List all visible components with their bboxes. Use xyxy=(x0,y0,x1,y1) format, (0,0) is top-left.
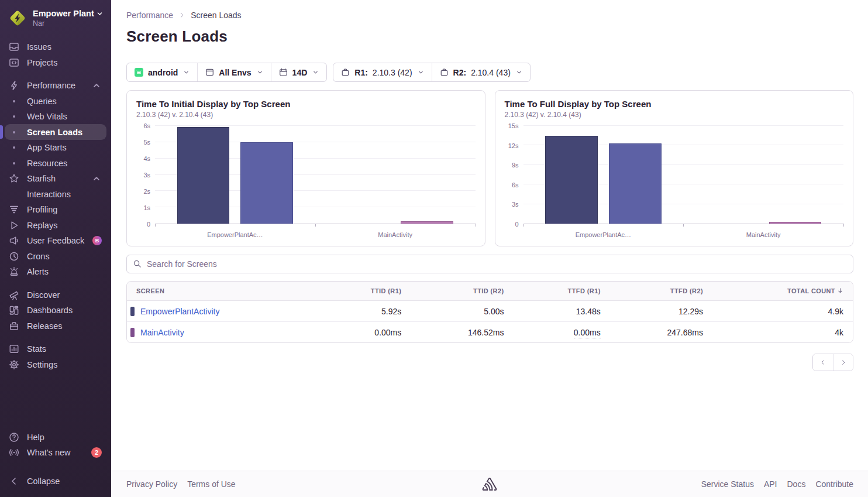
sidebar-item-interactions[interactable]: Interactions xyxy=(5,186,106,202)
sidebar-item-starfish[interactable]: Starfish xyxy=(5,171,106,187)
gridline xyxy=(155,125,476,126)
cell-ttid-r1: 0.00ms xyxy=(318,322,411,343)
cell-ttid-r2: 146.52ms xyxy=(411,322,513,343)
sidebar-item-profiling[interactable]: Profiling xyxy=(5,202,106,218)
content: Performance Screen Loads Screen Loads an… xyxy=(111,0,868,471)
sentry-logo-icon xyxy=(483,478,497,491)
pagination-next-button[interactable] xyxy=(833,354,853,371)
sidebar-item-help[interactable]: Help xyxy=(5,430,106,445)
sidebar-item-alerts[interactable]: Alerts xyxy=(5,264,106,280)
ttid-chart: 01s2s3s4s5s6s EmpowerPlantAc…MainActivit… xyxy=(136,121,477,238)
sidebar-item-performance[interactable]: Performance xyxy=(5,78,106,94)
footer-docs-link[interactable]: Docs xyxy=(787,479,806,489)
chart-bar-empowerplantac-r1-2-10-3-42 xyxy=(177,127,230,224)
sidebar-item-label: Discover xyxy=(27,290,60,300)
sidebar-item-dashboards[interactable]: Dashboards xyxy=(5,303,106,318)
sidebar-item-issues[interactable]: Issues xyxy=(5,39,106,55)
sidebar-item-label: Queries xyxy=(27,97,57,106)
page-title: Screen Loads xyxy=(126,28,853,46)
siren-icon xyxy=(9,266,19,277)
y-tick-label: 12s xyxy=(508,142,519,149)
environment-window-icon xyxy=(205,68,214,77)
sidebar-item-label: Web Vitals xyxy=(27,112,67,121)
date-range-filter[interactable]: 14D xyxy=(271,63,327,81)
sidebar-item-discover[interactable]: Discover xyxy=(5,287,106,303)
beta-badge: B xyxy=(92,236,102,245)
breadcrumb: Performance Screen Loads xyxy=(126,11,853,20)
sidebar-item-projects[interactable]: Projects xyxy=(5,54,106,70)
column-header-ttfd-r2[interactable]: TTFD (R2) xyxy=(610,282,712,301)
lightning-icon xyxy=(9,80,19,91)
cell-total: 4.9k xyxy=(712,301,853,322)
broadcast-icon xyxy=(9,447,19,458)
chart-bar-empowerplantac-r1-2-10-3-42 xyxy=(545,136,598,224)
screen-link-empowerplantactivity[interactable]: EmpowerPlantActivity xyxy=(140,307,219,316)
plot-area xyxy=(155,126,476,224)
org-switcher[interactable]: Empower Plant Nar xyxy=(0,0,111,35)
release-box-icon xyxy=(341,68,350,77)
pagination-prev-button[interactable] xyxy=(813,354,833,371)
x-tick-mark xyxy=(683,224,684,227)
sidebar-item-queries[interactable]: Queries xyxy=(5,93,106,109)
column-header-ttid-r2[interactable]: TTID (R2) xyxy=(411,282,513,301)
column-header-ttid-r1[interactable]: TTID (R1) xyxy=(318,282,411,301)
sidebar-collapse-button[interactable]: Collapse xyxy=(5,474,106,489)
footer-privacy-policy-link[interactable]: Privacy Policy xyxy=(126,479,177,489)
footer-contribute-link[interactable]: Contribute xyxy=(815,479,853,489)
cell-value: 247.68ms xyxy=(667,328,703,337)
release-box-icon xyxy=(440,68,449,77)
ttid-chart-subtitle: 2.10.3 (42) v. 2.10.4 (43) xyxy=(136,111,477,119)
cell-ttid-r2: 5.00s xyxy=(411,301,513,322)
series-color-swatch xyxy=(130,307,135,316)
column-header-total-count[interactable]: TOTAL COUNT xyxy=(712,282,853,301)
bullet-dot xyxy=(9,158,19,169)
release2-prefix: R2: xyxy=(453,68,467,77)
megaphone-icon xyxy=(9,235,19,246)
cell-screen: EmpowerPlantActivity xyxy=(127,301,318,322)
date-range-value: 14D xyxy=(292,68,308,77)
sidebar-nav: IssuesProjectsPerformanceQueriesWeb Vita… xyxy=(0,35,111,430)
sidebar-item-settings[interactable]: Settings xyxy=(5,357,106,372)
org-project-name: Nar xyxy=(33,19,103,29)
sidebar-item-replays[interactable]: Replays xyxy=(5,217,106,233)
sidebar-item-stats[interactable]: Stats xyxy=(5,341,106,357)
environment-filter-value: All Envs xyxy=(219,68,251,77)
chart-bar-empowerplantac-r2-2-10-4-43 xyxy=(240,142,293,224)
project-filter[interactable]: android xyxy=(127,63,197,81)
sidebar-item-user-feedback[interactable]: User FeedbackB xyxy=(5,233,106,249)
sort-desc-icon xyxy=(837,287,843,294)
release1-filter[interactable]: R1: 2.10.3 (42) xyxy=(333,63,431,81)
sidebar-item-crons[interactable]: Crons xyxy=(5,248,106,264)
cell-ttfd-r2: 12.29s xyxy=(610,301,712,322)
screens-table: SCREENTTID (R1)TTID (R2)TTFD (R1)TTFD (R… xyxy=(127,282,853,342)
sidebar-item-web-vitals[interactable]: Web Vitals xyxy=(5,109,106,125)
dashboards-icon xyxy=(9,305,19,316)
plot-area xyxy=(523,126,844,224)
y-tick-label: 3s xyxy=(512,201,519,208)
column-header-screen[interactable]: SCREEN xyxy=(127,282,318,301)
y-tick-label: 15s xyxy=(508,123,519,129)
x-axis-category-label: MainActivity xyxy=(746,232,781,238)
ttid-chart-title: Time To Initial Display by Top Screen xyxy=(136,99,477,109)
sidebar-item-resources[interactable]: Resources xyxy=(5,155,106,171)
sidebar-item-what-s-new[interactable]: What's new2 xyxy=(5,445,106,461)
chart-bar-mainactivity-r2-2-10-4-43 xyxy=(401,221,453,224)
charts-row: Time To Initial Display by Top Screen 2.… xyxy=(126,90,853,246)
release2-filter[interactable]: R2: 2.10.4 (43) xyxy=(432,63,530,81)
footer-service-status-link[interactable]: Service Status xyxy=(701,479,754,489)
footer-api-link[interactable]: API xyxy=(764,479,777,489)
sidebar-item-app-starts[interactable]: App Starts xyxy=(5,140,106,156)
cell-value: 0.00ms xyxy=(374,328,401,337)
footer-terms-of-use-link[interactable]: Terms of Use xyxy=(187,479,235,489)
sidebar-item-releases[interactable]: Releases xyxy=(5,318,106,334)
breadcrumb-performance-link[interactable]: Performance xyxy=(126,11,173,20)
cell-ttfd-r1: 13.48s xyxy=(514,301,610,322)
screen-link-mainactivity[interactable]: MainActivity xyxy=(140,328,184,337)
org-logo-icon xyxy=(8,9,27,28)
search-input[interactable] xyxy=(126,255,853,273)
column-header-ttfd-r1[interactable]: TTFD (R1) xyxy=(514,282,610,301)
sidebar-item-screen-loads[interactable]: Screen Loads xyxy=(5,124,106,140)
star-icon xyxy=(9,173,19,184)
chevron-down-icon xyxy=(257,69,263,76)
environment-filter[interactable]: All Envs xyxy=(197,63,270,81)
